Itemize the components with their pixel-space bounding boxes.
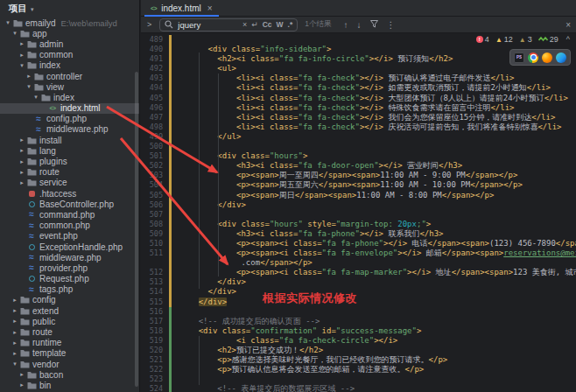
tree-item-app[interactable]: ▾app: [0, 28, 139, 38]
chevron-collapsed-icon[interactable]: ▸: [11, 329, 19, 336]
tree-item-plugins[interactable]: ▸plugins: [0, 156, 139, 166]
search-input[interactable]: jquery × ↵ Cc W .*: [159, 18, 298, 32]
collapse-inspections-icon[interactable]: ^: [566, 35, 570, 44]
tree-item-index.html[interactable]: <>index.html: [0, 103, 139, 114]
code-line-516[interactable]: 516: [141, 307, 576, 317]
chevron-collapsed-icon[interactable]: ▸: [11, 318, 19, 325]
code-line-496[interactable]: 496 <li><i class="fa fa-check"></i> 特殊饮食…: [141, 103, 576, 113]
regex-toggle[interactable]: .*: [288, 20, 293, 29]
tree-item-middleware.php[interactable]: ≈middleware.php: [0, 124, 139, 135]
code-line-521[interactable]: 521 <p>感谢您选择美味时光餐厅，我们已经收到您的预订请求。</p>: [141, 355, 576, 365]
clear-search-icon[interactable]: ×: [242, 20, 247, 29]
tree-item-event.php[interactable]: ≈event.php: [0, 231, 139, 242]
tree-item-route[interactable]: ▸route: [0, 326, 139, 337]
code-line-518[interactable]: 518 <div class="confirmation" id="succes…: [141, 326, 576, 336]
code-line-509[interactable]: 509 <h3><i class="fa fa-phone"></i> 联系我们…: [141, 229, 576, 239]
tree-item-admin[interactable]: ▸admin: [0, 38, 139, 49]
previous-occurrence-icon[interactable]: ↑: [344, 20, 348, 30]
chevron-collapsed-icon[interactable]: ▸: [11, 297, 19, 304]
tree-item-common.php[interactable]: ≈common.php: [0, 220, 139, 231]
chevron-collapsed-icon[interactable]: ▸: [18, 40, 26, 47]
chevron-expanded-icon[interactable]: ▾: [4, 19, 12, 26]
code-line-497[interactable]: 497 <li><i class="fa fa-check"></i> 我们会为…: [141, 113, 576, 122]
filter-search-icon[interactable]: [370, 20, 378, 30]
tree-item-index[interactable]: ▾index: [0, 60, 139, 71]
chevron-collapsed-icon[interactable]: ▸: [18, 382, 26, 388]
code-line-520[interactable]: 520 <h2>预订已提交成功！</h2>: [141, 346, 576, 355]
tree-item-service[interactable]: ▸service: [0, 178, 139, 188]
inspections-widget[interactable]: ! 4 ▲ 12 ▲ 3 29 ^: [476, 35, 570, 44]
tree-item-command.php[interactable]: ≈command.php: [0, 209, 139, 220]
code-line-505[interactable]: 505 <p><span>周日</span><span>11:00 AM - 8…: [141, 191, 576, 200]
chevron-collapsed-icon[interactable]: ▸: [18, 371, 26, 378]
chevron-collapsed-icon[interactable]: ▸: [11, 350, 19, 357]
code-line-493[interactable]: 493 <li><i class="fa fa-check"></i> 预订确认…: [141, 74, 576, 83]
tree-item-template[interactable]: ▸template: [0, 348, 139, 359]
tree-item-vendor[interactable]: ▾vendor: [0, 359, 139, 369]
code-line-508[interactable]: 508 <div class="hours" style="margin-top…: [141, 220, 576, 229]
chrome-icon[interactable]: [528, 52, 538, 63]
match-case-toggle[interactable]: Cc: [263, 20, 272, 29]
code-line-492[interactable]: 492 <ul>: [141, 64, 576, 74]
code-line-515[interactable]: 515 </div>: [141, 298, 576, 307]
chevron-collapsed-icon[interactable]: ▸: [18, 52, 26, 59]
tree-item-.htaccess[interactable]: .htaccess: [0, 188, 139, 199]
whole-words-toggle[interactable]: W: [277, 20, 284, 29]
code-line-503[interactable]: 503 <p><span>周一至周四</span><span>11:00 AM …: [141, 171, 576, 180]
tree-item-controller[interactable]: ▸controller: [0, 71, 139, 81]
tree-item-tags.php[interactable]: ≈tags.php: [0, 284, 139, 295]
tree-item-middleware.php[interactable]: ≈middleware.php: [0, 252, 139, 262]
code-line-511[interactable]: 511 <p><span><i class="fa fa-envelope"><…: [141, 248, 576, 258]
chevron-expanded-icon[interactable]: ▾: [25, 83, 33, 90]
tree-item-config[interactable]: ▸config: [0, 295, 139, 305]
tree-item-route[interactable]: ▸route: [0, 167, 139, 178]
tree-item-emailyd[interactable]: ▾emailydE:\web\emailyd: [0, 18, 139, 28]
edge-icon[interactable]: [556, 52, 566, 63]
chevron-expanded-icon[interactable]: ▾: [32, 94, 40, 101]
chevron-expanded-icon[interactable]: ▾: [18, 62, 26, 69]
code-line-522[interactable]: 522 <p>预订确认信息将会发送至您的邮箱，请注意查收。</p>: [141, 365, 576, 374]
tree-item-ExceptionHandle.php[interactable]: ExceptionHandle.php: [0, 242, 139, 252]
next-occurrence-icon[interactable]: ↓: [357, 20, 362, 30]
tree-item-public[interactable]: ▸public: [0, 316, 139, 326]
code-line-514[interactable]: 514 </div>: [141, 287, 576, 297]
phpstorm-preview-icon[interactable]: PS: [514, 52, 524, 63]
code-line-494[interactable]: 494 <li><i class="fa fa-check"></i> 如需更改…: [141, 83, 576, 93]
close-tab-icon[interactable]: ×: [207, 4, 213, 13]
project-panel-header[interactable]: 项目 ▾: [0, 0, 139, 18]
code-line-506[interactable]: 506 </div>: [141, 200, 576, 210]
chevron-collapsed-icon[interactable]: ▸: [18, 147, 26, 154]
chevron-collapsed-icon[interactable]: ▸: [25, 73, 33, 80]
tree-item-index[interactable]: ▾index: [0, 92, 139, 102]
code-line-510[interactable]: 510 <p><span><i class="fa fa-phone"></i>…: [141, 239, 576, 248]
chevron-expanded-icon[interactable]: ▾: [11, 360, 19, 368]
tree-item-provider.php[interactable]: ≈provider.php: [0, 262, 139, 273]
code-line-504[interactable]: 504 <p><span>周五至周六</span><span>11:00 AM …: [141, 180, 576, 190]
tree-item-BaseController.php[interactable]: BaseController.php: [0, 199, 139, 209]
code-editor[interactable]: 489490 <div class="info-sidebar">491 <h2…: [141, 33, 576, 392]
code-line-wrap[interactable]: .com</span></p>: [141, 258, 576, 268]
tree-item-common[interactable]: ▸common: [0, 50, 139, 60]
tree-item-Request.php[interactable]: Request.php: [0, 274, 139, 284]
tree-item-runtime[interactable]: ▸runtime: [0, 338, 139, 348]
chevron-collapsed-icon[interactable]: ▸: [18, 158, 26, 165]
chevron-collapsed-icon[interactable]: ▸: [18, 169, 26, 176]
project-tree-scrollbar[interactable]: [135, 72, 138, 387]
tree-item-install[interactable]: ▸install: [0, 135, 139, 145]
code-line-501[interactable]: 501 <div class="hours">: [141, 151, 576, 161]
close-find-bar-icon[interactable]: ×: [565, 20, 571, 30]
tree-item-bin[interactable]: ▸bin: [0, 380, 139, 390]
code-line-498[interactable]: 498 <li><i class="fa fa-check"></i> 庆祝活动…: [141, 122, 576, 132]
code-line-507[interactable]: 507: [141, 210, 576, 220]
code-line-499[interactable]: 499 </ul>: [141, 132, 576, 142]
code-line-500[interactable]: 500: [141, 142, 576, 151]
chevron-collapsed-icon[interactable]: ▸: [18, 179, 26, 186]
code-line-523[interactable]: 523: [141, 374, 576, 384]
expand-replace-icon[interactable]: >: [147, 20, 151, 29]
code-line-519[interactable]: 519 <i class="fa fa-check-circle"></i>: [141, 336, 576, 346]
chevron-collapsed-icon[interactable]: ▸: [11, 340, 19, 346]
code-line-495[interactable]: 495 <li><i class="fa fa-check"></i> 大型团体…: [141, 94, 576, 103]
firefox-icon[interactable]: [542, 52, 552, 63]
tree-item-bacon[interactable]: ▸bacon: [0, 369, 139, 380]
code-line-517[interactable]: 517 <!-- 成功提交后的确认页面 -->: [141, 317, 576, 326]
